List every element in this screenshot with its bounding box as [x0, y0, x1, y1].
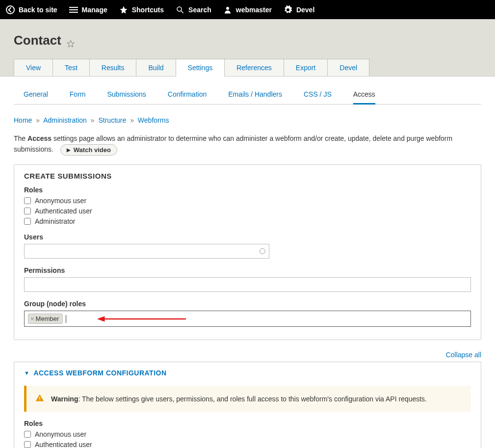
- tab-test[interactable]: Test: [52, 59, 90, 76]
- remove-tag-icon[interactable]: ×: [30, 315, 34, 322]
- access-config-summary-text: ACCESS WEBFORM CONFIGURATION: [33, 369, 166, 377]
- role-anon-label: Anonymous user: [35, 197, 86, 205]
- shortcut-star-icon[interactable]: [66, 36, 75, 45]
- ac-role-anon-row: Anonymous user: [24, 430, 471, 438]
- autocomplete-throbber-icon: [260, 248, 265, 254]
- subtab-submissions[interactable]: Submissions: [107, 85, 146, 104]
- ac-role-auth-checkbox[interactable]: [24, 441, 31, 448]
- gear-icon: [284, 5, 292, 14]
- tab-references[interactable]: References: [224, 59, 284, 76]
- role-admin-checkbox[interactable]: [24, 218, 31, 225]
- svg-rect-2: [69, 12, 78, 13]
- collapse-all-link[interactable]: Collapse all: [446, 351, 481, 359]
- search-icon: [176, 5, 184, 14]
- crumb-home[interactable]: Home: [14, 116, 32, 124]
- secondary-tabs: General Form Submissions Confirmation Em…: [14, 85, 481, 105]
- access-config-details: ▼ ACCESS WEBFORM CONFIGURATION Warning: …: [14, 362, 481, 448]
- subtab-form[interactable]: Form: [70, 85, 86, 104]
- crumb-sep: »: [91, 116, 95, 124]
- group-roles-label: Group (node) roles: [24, 300, 471, 308]
- subtab-cssjs[interactable]: CSS / JS: [304, 85, 332, 104]
- breadcrumb: Home » Administration » Structure » Webf…: [14, 116, 481, 124]
- tab-view[interactable]: View: [14, 59, 53, 76]
- search-link[interactable]: Search: [176, 5, 211, 14]
- back-to-site-link[interactable]: Back to site: [6, 5, 57, 14]
- admin-toolbar: Back to site Manage Shortcuts Search web…: [0, 0, 495, 19]
- user-link[interactable]: webmaster: [223, 5, 272, 14]
- roles-label: Roles: [24, 186, 471, 194]
- ac-role-anon-checkbox[interactable]: [24, 431, 31, 438]
- warning-icon: [35, 394, 44, 404]
- shortcuts-label: Shortcuts: [132, 6, 164, 14]
- hamburger-icon: [69, 5, 78, 14]
- subtab-confirmation[interactable]: Confirmation: [168, 85, 207, 104]
- ac-roles-label: Roles: [24, 420, 471, 427]
- users-input-wrap: [24, 244, 269, 259]
- svg-rect-1: [69, 9, 78, 10]
- devel-link[interactable]: Devel: [284, 5, 314, 14]
- warning-text-wrap: Warning: The below settings give users, …: [51, 395, 427, 403]
- page-header: Contact View Test Results Build Settings…: [0, 19, 495, 77]
- subtab-access[interactable]: Access: [353, 85, 375, 105]
- search-label: Search: [188, 6, 211, 14]
- member-tag-label: Member: [36, 315, 59, 322]
- collapse-all-wrap: Collapse all: [14, 351, 481, 359]
- warning-label: Warning: [51, 395, 78, 403]
- users-input[interactable]: [24, 244, 269, 259]
- access-config-summary[interactable]: ▼ ACCESS WEBFORM CONFIGURATION: [24, 369, 471, 377]
- warning-message: Warning: The below settings give users, …: [24, 386, 471, 412]
- create-legend: CREATE SUBMISSIONS: [24, 172, 471, 180]
- crumb-sep: »: [36, 116, 40, 124]
- crumb-structure[interactable]: Structure: [98, 116, 126, 124]
- svg-rect-8: [39, 397, 40, 399]
- page-title: Contact: [14, 33, 481, 48]
- main-content: General Form Submissions Confirmation Em…: [0, 77, 495, 448]
- intro-strong: Access: [27, 134, 52, 142]
- role-anon-row: Anonymous user: [24, 197, 471, 205]
- tab-results[interactable]: Results: [89, 59, 137, 76]
- role-auth-checkbox[interactable]: [24, 208, 31, 214]
- role-admin-label: Administrator: [35, 217, 75, 225]
- svg-point-3: [177, 7, 182, 11]
- primary-tabs: View Test Results Build Settings Referen…: [14, 59, 481, 76]
- back-label: Back to site: [19, 6, 57, 14]
- manage-label: Manage: [82, 6, 107, 14]
- ac-role-anon-label: Anonymous user: [35, 430, 86, 438]
- subtab-emails[interactable]: Emails / Handlers: [228, 85, 282, 104]
- group-roles-input[interactable]: × Member: [24, 311, 471, 327]
- intro-pre: The: [14, 134, 27, 142]
- role-auth-row: Authenticated user: [24, 207, 471, 215]
- warning-body: : The below settings give users, permiss…: [78, 395, 427, 403]
- svg-rect-9: [39, 400, 40, 401]
- user-label: webmaster: [236, 6, 272, 14]
- users-label: Users: [24, 233, 471, 241]
- ac-role-auth-label: Authenticated user: [35, 441, 92, 448]
- crumb-admin[interactable]: Administration: [43, 116, 87, 124]
- role-anon-checkbox[interactable]: [24, 197, 31, 204]
- crumb-sep: »: [130, 116, 134, 124]
- member-tag: × Member: [28, 314, 63, 324]
- role-admin-row: Administrator: [24, 217, 471, 225]
- crumb-webforms[interactable]: Webforms: [138, 116, 169, 124]
- create-submissions-fieldset: CREATE SUBMISSIONS Roles Anonymous user …: [14, 164, 481, 340]
- subtab-general[interactable]: General: [24, 85, 48, 104]
- back-arrow-icon: [6, 5, 15, 14]
- watch-video-button[interactable]: Watch video: [60, 144, 117, 156]
- permissions-label: Permissions: [24, 266, 471, 274]
- page-title-text: Contact: [14, 33, 61, 48]
- permissions-input[interactable]: [24, 277, 471, 292]
- tab-build[interactable]: Build: [136, 59, 176, 76]
- star-icon: [119, 5, 128, 14]
- user-icon: [223, 5, 232, 14]
- svg-line-4: [181, 11, 183, 13]
- tab-settings[interactable]: Settings: [176, 59, 225, 76]
- triangle-down-icon: ▼: [24, 370, 29, 376]
- devel-label: Devel: [296, 6, 314, 14]
- manage-link[interactable]: Manage: [69, 5, 107, 14]
- svg-point-5: [226, 7, 229, 10]
- text-cursor: [66, 315, 66, 323]
- tab-devel[interactable]: Devel: [327, 59, 369, 76]
- role-auth-label: Authenticated user: [35, 207, 92, 215]
- tab-export[interactable]: Export: [284, 59, 328, 76]
- shortcuts-link[interactable]: Shortcuts: [119, 5, 164, 14]
